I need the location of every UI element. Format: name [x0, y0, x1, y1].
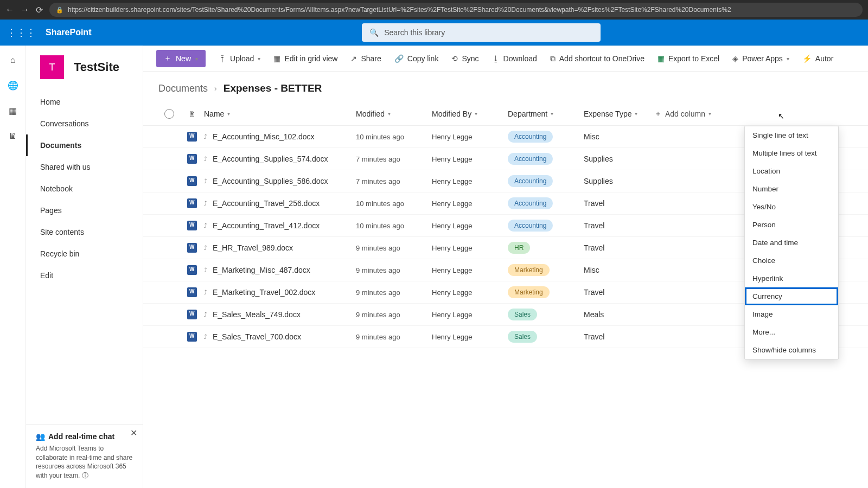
- department-cell: Marketing: [508, 264, 584, 276]
- copy-link-button[interactable]: 🔗Copy link: [394, 54, 439, 63]
- site-title[interactable]: TestSite: [74, 60, 119, 74]
- plus-icon: ＋: [654, 109, 662, 119]
- new-button[interactable]: ＋ New ▾: [156, 50, 206, 67]
- close-icon[interactable]: ✕: [130, 428, 137, 438]
- forward-button[interactable]: →: [21, 5, 29, 15]
- sync-icon: ⟲: [451, 54, 458, 63]
- nav-item-documents[interactable]: Documents: [26, 134, 143, 156]
- file-name[interactable]: ⤴E_Accounting_Travel_256.docx: [204, 199, 356, 208]
- upload-button[interactable]: ⭱Upload▾: [219, 54, 260, 63]
- modifiedby-cell: Henry Legge: [432, 177, 508, 185]
- main-content: ＋ New ▾ ⭱Upload▾ ▦Edit in grid view ↗Sha…: [143, 46, 868, 488]
- nav-item-shared-with-us[interactable]: Shared with us: [26, 156, 143, 178]
- breadcrumb-root[interactable]: Documents: [158, 83, 208, 94]
- brand-label[interactable]: SharePoint: [46, 28, 91, 37]
- modified-cell: 9 minutes ago: [356, 244, 432, 252]
- filetype-header[interactable]: 🗎: [180, 110, 204, 118]
- teams-icon: 👥: [36, 432, 45, 441]
- nav-item-pages[interactable]: Pages: [26, 200, 143, 221]
- globe-icon[interactable]: 🌐: [8, 80, 18, 91]
- modified-cell: 9 minutes ago: [356, 266, 432, 274]
- modified-cell: 9 minutes ago: [356, 311, 432, 319]
- nav-item-conversations[interactable]: Conversations: [26, 113, 143, 134]
- download-button[interactable]: ⭳Download: [492, 54, 537, 63]
- reload-button[interactable]: ⟳: [36, 5, 43, 15]
- modifiedby-cell: Henry Legge: [432, 311, 508, 319]
- add-column-option-hyperlink[interactable]: Hyperlink: [745, 269, 838, 287]
- add-shortcut-button[interactable]: ⧉Add shortcut to OneDrive: [550, 54, 644, 63]
- file-name[interactable]: ⤴E_Sales_Meals_749.docx: [204, 310, 356, 319]
- share-icon: ↗: [350, 54, 357, 63]
- nav-item-home[interactable]: Home: [26, 91, 143, 113]
- nav-item-notebook[interactable]: Notebook: [26, 178, 143, 200]
- search-placeholder: Search this library: [384, 28, 445, 37]
- nav-item-site-contents[interactable]: Site contents: [26, 221, 143, 243]
- file-icon: [180, 221, 204, 230]
- file-name[interactable]: ⤴E_HR_Travel_989.docx: [204, 243, 356, 252]
- add-column-option-number[interactable]: Number: [745, 180, 838, 198]
- address-bar[interactable]: 🔒 https://citizenbuilders.sharepoint.com…: [49, 3, 863, 17]
- back-button[interactable]: ←: [5, 5, 14, 15]
- expensetype-cell: Travel: [584, 243, 654, 252]
- left-nav: T TestSite HomeConversationsDocumentsSha…: [26, 46, 143, 488]
- link-icon: 🔗: [394, 54, 404, 63]
- site-logo[interactable]: T: [40, 55, 64, 79]
- file-name[interactable]: ⤴E_Marketing_Misc_487.docx: [204, 266, 356, 274]
- share-button[interactable]: ↗Share: [350, 54, 381, 63]
- department-cell: Sales: [508, 331, 584, 343]
- file-name[interactable]: ⤴E_Marketing_Travel_002.docx: [204, 288, 356, 297]
- file-name[interactable]: ⤴E_Sales_Travel_700.docx: [204, 332, 356, 341]
- expensetype-cell: Travel: [584, 221, 654, 230]
- news-icon[interactable]: ▦: [9, 106, 17, 116]
- add-column-option-location[interactable]: Location: [745, 162, 838, 180]
- download-icon: ⭳: [492, 54, 500, 63]
- column-modified-header[interactable]: Modified▾: [356, 110, 432, 118]
- edit-grid-button[interactable]: ▦Edit in grid view: [273, 54, 337, 63]
- add-column-option-currency[interactable]: Currency: [745, 287, 838, 305]
- add-column-option-show-hide-columns[interactable]: Show/hide columns: [745, 341, 838, 359]
- home-icon[interactable]: ⌂: [10, 55, 16, 65]
- nav-item-recycle-bin[interactable]: Recycle bin: [26, 243, 143, 265]
- search-input[interactable]: 🔍 Search this library: [362, 23, 601, 42]
- app-launcher-icon[interactable]: ⋮⋮⋮: [7, 27, 36, 38]
- add-column-option-date-and-time[interactable]: Date and time: [745, 234, 838, 252]
- column-department-header[interactable]: Department▾: [508, 110, 584, 118]
- file-name[interactable]: ⤴E_Accounting_Travel_412.docx: [204, 221, 356, 230]
- select-all[interactable]: [158, 109, 180, 119]
- sync-button[interactable]: ⟲Sync: [451, 54, 478, 63]
- add-column-option-single-line-of-text[interactable]: Single line of text: [745, 126, 838, 144]
- expensetype-cell: Travel: [584, 288, 654, 297]
- add-column-option-person[interactable]: Person: [745, 216, 838, 234]
- chevron-down-icon: ▾: [635, 111, 637, 117]
- modifiedby-cell: Henry Legge: [432, 133, 508, 141]
- file-name[interactable]: ⤴E_Accounting_Supplies_574.docx: [204, 155, 356, 163]
- expensetype-cell: Travel: [584, 199, 654, 208]
- add-column-button[interactable]: ＋Add column▾: [654, 109, 730, 119]
- add-column-option-choice[interactable]: Choice: [745, 252, 838, 269]
- file-icon: [180, 310, 204, 319]
- add-column-option-yes-no[interactable]: Yes/No: [745, 198, 838, 216]
- export-excel-button[interactable]: ▦Export to Excel: [658, 54, 719, 63]
- add-column-option-image[interactable]: Image: [745, 305, 838, 323]
- browser-chrome: ← → ⟳ 🔒 https://citizenbuilders.sharepoi…: [0, 0, 868, 20]
- power-apps-button[interactable]: ◈Power Apps▾: [732, 54, 789, 63]
- file-name[interactable]: ⤴E_Accounting_Supplies_586.docx: [204, 177, 356, 185]
- add-column-option-multiple-lines-of-text[interactable]: Multiple lines of text: [745, 144, 838, 162]
- chevron-down-icon: ▾: [388, 111, 391, 117]
- file-icon: [180, 154, 204, 164]
- app-rail: ⌂ 🌐 ▦ 🗎: [0, 46, 26, 488]
- column-expensetype-header[interactable]: Expense Type▾: [584, 110, 654, 118]
- file-icon: [180, 176, 204, 186]
- automate-button[interactable]: ⚡Autor: [802, 54, 833, 63]
- excel-icon: ▦: [658, 54, 665, 63]
- add-column-option-more-[interactable]: More...: [745, 323, 838, 341]
- column-modifiedby-header[interactable]: Modified By▾: [432, 110, 508, 118]
- files-icon[interactable]: 🗎: [9, 131, 17, 141]
- teams-chat-promo: ✕ 👥Add real-time chat Add Microsoft Team…: [26, 424, 143, 488]
- modifiedby-cell: Henry Legge: [432, 266, 508, 274]
- column-name-header[interactable]: Name▾: [204, 110, 356, 118]
- nav-item-edit[interactable]: Edit: [26, 265, 143, 286]
- breadcrumb-current: Expenses - BETTER: [224, 82, 322, 94]
- modified-cell: 10 minutes ago: [356, 133, 432, 141]
- file-name[interactable]: ⤴E_Accounting_Misc_102.docx: [204, 132, 356, 141]
